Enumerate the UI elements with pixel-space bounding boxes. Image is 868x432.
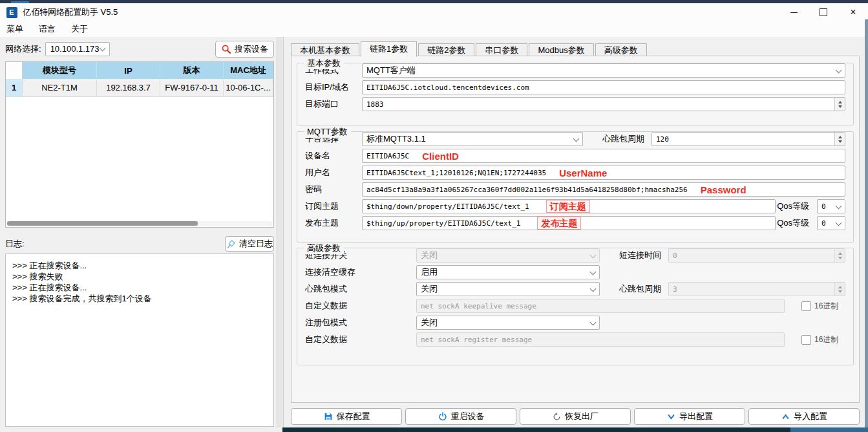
device-name-value: EITIDA6J5C [366, 152, 409, 160]
row-version: FW-9167-0-11 [160, 79, 224, 96]
save-config-button[interactable]: 保存配置 [291, 408, 402, 425]
tab-advanced-params[interactable]: 高级参数 [595, 43, 647, 56]
restart-device-button[interactable]: 重启设备 [405, 408, 516, 425]
close-button[interactable]: × [838, 3, 868, 21]
network-select-value: 10.100.1.173 [50, 44, 100, 54]
stepper-arrows-icon[interactable] [834, 98, 845, 111]
device-name-input[interactable]: EITIDA6J5C ClientID [362, 149, 845, 163]
minimize-icon [790, 12, 798, 13]
panel-splitter[interactable] [277, 37, 284, 427]
tab-modbus-params[interactable]: Modbus参数 [529, 43, 593, 56]
chevron-down-icon [836, 219, 842, 226]
maximize-button[interactable] [809, 3, 838, 21]
chevron-down-icon [99, 45, 105, 52]
log-line: >>> 正在搜索设备... [12, 282, 267, 293]
chevron-down-icon [836, 67, 842, 73]
refresh-icon [552, 412, 562, 422]
stepper-arrows-icon [834, 283, 845, 296]
keepalive-period-label: 心跳包周期 [602, 133, 651, 145]
keepalive-period-stepper[interactable]: 120 [651, 132, 845, 146]
log-output[interactable]: >>> 正在搜索设备... >>> 搜索失败 >>> 正在搜索设备... >>>… [5, 254, 274, 427]
app-icon: E [6, 7, 17, 18]
custom-register-value: net sockA register message [421, 336, 532, 344]
target-port-stepper[interactable]: 1883 [362, 97, 845, 111]
advanced-params-title: 高级参数 [304, 243, 344, 254]
hex-checkbox[interactable] [801, 335, 811, 345]
username-input[interactable]: EITIDA6J5Ctext_1;12010126;NQ1EN;17272440… [362, 166, 845, 180]
search-device-button[interactable]: 搜索设备 [215, 41, 274, 58]
short-time-value: 0 [673, 252, 677, 260]
tab-link1-params[interactable]: 链路1参数 [361, 41, 417, 57]
publish-qos-dropdown[interactable]: 0 [817, 216, 845, 230]
keepalive-hex-checkbox-group: 16进制 [801, 301, 838, 312]
export-config-button[interactable]: 导出配置 [634, 408, 745, 425]
username-label: 用户名 [305, 167, 362, 178]
publish-topic-input[interactable]: $thing/up/property/EITIDA6J5C/text_1 发布主… [362, 216, 776, 230]
chevron-down-icon [590, 285, 597, 292]
subscribe-qos-label: Qos等级 [777, 200, 809, 212]
search-icon [221, 44, 231, 54]
basic-params-group: 基本参数 工作模式 MQTT客户端 目标IP/域名 EITIDA6J5C.iot… [297, 63, 854, 125]
chevron-down-icon [590, 268, 597, 275]
menu-item-language[interactable]: 语言 [31, 22, 63, 36]
log-header-row: 日志: 清空日志 [5, 235, 274, 252]
row-model: NE2-T1M [23, 79, 97, 96]
subscribe-qos-dropdown[interactable]: 0 [817, 199, 845, 213]
clear-log-button[interactable]: 清空日志 [225, 236, 274, 252]
heartbeat-period-value: 3 [673, 285, 677, 294]
platform-value: 标准MQTT3.1.1 [366, 133, 426, 145]
target-host-input[interactable]: EITIDA6J5C.iotcloud.tencentdevices.com [362, 80, 845, 94]
header-version: 版本 [160, 62, 224, 79]
custom-keepalive-value: net sockA keepalive message [421, 302, 536, 310]
subscribe-topic-label: 订阅主题 [305, 200, 362, 212]
save-icon [323, 411, 333, 422]
register-hex-checkbox-group: 16进制 [801, 334, 838, 345]
close-icon: × [850, 7, 856, 17]
menu-item-about[interactable]: 关于 [63, 22, 96, 36]
stepper-arrows-icon[interactable] [834, 133, 845, 146]
work-mode-dropdown[interactable]: MQTT客户端 [362, 63, 845, 78]
window-title: 亿佰特网络配置助手 V5.5 [23, 6, 118, 18]
row-index: 1 [6, 79, 23, 96]
custom-register-input: net sockA register message [416, 332, 785, 347]
factory-reset-label: 恢复出厂 [565, 411, 598, 422]
stepper-arrows-icon [834, 249, 845, 262]
password-value: ac84d5cf13a8a9a3f1a065267cca360f7dd002a1… [366, 186, 688, 194]
hex-label: 16进制 [814, 301, 838, 312]
log-label: 日志: [5, 238, 25, 250]
custom-register-label: 自定义数据 [305, 334, 416, 345]
import-config-button[interactable]: 导入配置 [748, 408, 860, 425]
subscribe-topic-input[interactable]: $thing/down/property/EITIDA6J5C/text_1 订… [362, 199, 776, 213]
network-select-dropdown[interactable]: 10.100.1.173 [45, 42, 110, 56]
log-line: >>> 搜索设备完成，共搜索到1个设备 [12, 293, 267, 304]
chevron-down-icon [666, 412, 676, 422]
table-row[interactable]: 1 NE2-T1M 192.168.3.7 FW-9167-0-11 10-06… [6, 79, 273, 97]
register-mode-dropdown[interactable]: 关闭 [416, 316, 600, 330]
tab-serial-params[interactable]: 串口参数 [476, 43, 527, 56]
save-config-label: 保存配置 [337, 411, 370, 422]
background-right-edge [865, 19, 868, 427]
table-horizontal-scrollbar[interactable] [7, 221, 272, 226]
custom-keepalive-input: net sockA keepalive message [416, 299, 785, 313]
platform-dropdown[interactable]: 标准MQTT3.1.1 [362, 132, 583, 146]
header-ip: IP [97, 62, 160, 79]
factory-reset-button[interactable]: 恢复出厂 [520, 408, 631, 425]
titlebar: E 亿佰特网络配置助手 V5.5 × [0, 3, 868, 21]
short-time-stepper: 0 [668, 248, 845, 263]
chevron-down-icon [836, 202, 842, 209]
clear-cache-dropdown[interactable]: 启用 [416, 265, 600, 279]
target-host-label: 目标IP/域名 [305, 81, 362, 93]
device-table: 模块型号 IP 版本 MAC地址 1 NE2-T1M 192.168.3.7 F… [5, 61, 274, 228]
minimize-button[interactable] [779, 3, 809, 21]
window-controls: × [779, 3, 868, 21]
tab-link2-params[interactable]: 链路2参数 [418, 43, 474, 56]
scrollbar-thumb[interactable] [7, 221, 198, 226]
parameter-tabbar: 本机基本参数 链路1参数 链路2参数 串口参数 Modbus参数 高级参数 [291, 41, 865, 56]
hex-checkbox[interactable] [801, 301, 811, 311]
target-host-value: EITIDA6J5C.iotcloud.tencentdevices.com [366, 83, 529, 92]
password-input[interactable]: ac84d5cf13a8a9a3f1a065267cca360f7dd002a1… [362, 182, 845, 197]
tab-local-basic-params[interactable]: 本机基本参数 [291, 43, 359, 56]
chevron-down-icon [590, 319, 597, 325]
heartbeat-mode-dropdown[interactable]: 关闭 [416, 282, 600, 296]
menu-item-menu[interactable]: 菜单 [0, 22, 31, 36]
